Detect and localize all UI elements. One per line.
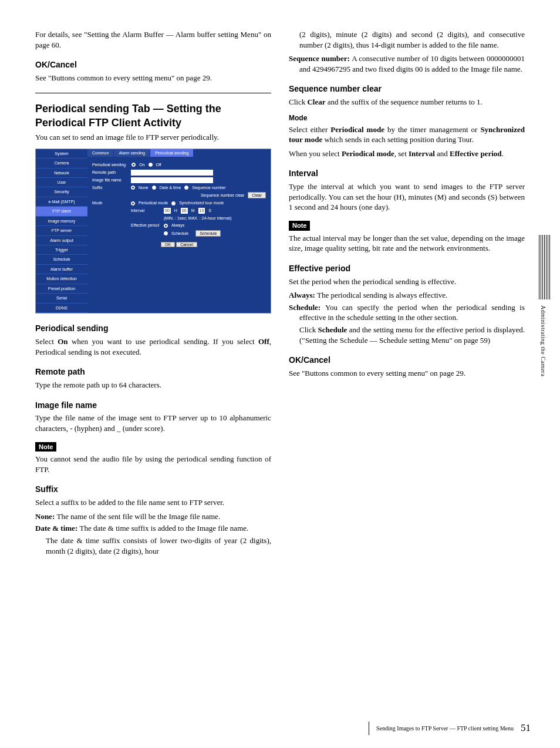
radio-none[interactable] xyxy=(131,186,135,190)
sidebar-item-system[interactable]: System xyxy=(36,149,87,159)
left-column: For details, see "Setting the Alarm Buff… xyxy=(35,29,271,560)
sidebar-item-ftp-client[interactable]: FTP client xyxy=(36,207,87,216)
footer-text: Sending Images to FTP Server — FTP clien… xyxy=(376,725,514,733)
interval-heading: Interval xyxy=(289,168,525,179)
section-heading: Periodical sending Tab — Setting the Per… xyxy=(35,102,271,130)
clear-button[interactable]: Clear xyxy=(248,192,266,198)
intro-paragraph: For details, see "Setting the Alarm Buff… xyxy=(35,29,271,50)
label-h: H xyxy=(174,208,177,213)
page-number: 51 xyxy=(521,722,531,735)
radio-periodical-mode[interactable] xyxy=(131,201,135,205)
sidebar-item-user[interactable]: User xyxy=(36,178,87,187)
section-intro: You can set to send an image file to FTP… xyxy=(35,132,271,143)
periodical-sending-heading: Periodical sending xyxy=(35,323,271,334)
opt-always: Always xyxy=(171,223,184,228)
sidebar-item-e-mail-smtp-[interactable]: e-Mail (SMTP) xyxy=(36,197,87,207)
effective-period-heading: Effective period xyxy=(289,263,525,274)
radio-seqnum[interactable] xyxy=(184,186,188,190)
fig-label-suffix: Suffix xyxy=(92,185,127,190)
sidebar-item-network[interactable]: Network xyxy=(36,169,87,178)
radio-schedule[interactable] xyxy=(164,231,168,235)
radio-datetime[interactable] xyxy=(152,186,156,190)
suffix-datetime: Date & time: The date & time suffix is a… xyxy=(46,523,271,534)
schedule-button[interactable]: Schedule xyxy=(195,230,221,237)
suffix-heading: Suffix xyxy=(35,484,271,495)
fig-label-mode: Mode xyxy=(92,200,127,205)
tab-common[interactable]: Common xyxy=(87,149,114,157)
opt-sched: Schedule xyxy=(171,231,188,236)
sidebar-item-alarm-output[interactable]: Alarm output xyxy=(36,236,87,245)
remote-path-heading: Remote path xyxy=(35,366,271,378)
sidebar-item-preset-position[interactable]: Preset position xyxy=(36,284,87,294)
ep-always: Always: The periodical sending is always… xyxy=(299,290,525,301)
fig-label-ep: Effective period xyxy=(131,223,160,228)
right-column: (2 digits), minute (2 digits) and second… xyxy=(289,29,525,560)
divider xyxy=(35,93,271,93)
sidebar-item-security[interactable]: Security xyxy=(36,187,87,197)
label-s: S xyxy=(208,208,211,213)
periodical-sending-text: Select On when you want to use periodica… xyxy=(35,336,271,357)
sequence-number-clear-text: Click Clear and the suffix of the sequen… xyxy=(289,97,525,107)
okcancel-paragraph-1: See "Buttons common to every setting men… xyxy=(35,73,271,83)
sidebar-item-camera[interactable]: Camera xyxy=(36,159,87,168)
interval-hint: (MIN. : 1sec; MAX. : 24-hour interval) xyxy=(164,215,232,221)
image-file-name-note: You cannot send the audio file by using … xyxy=(35,454,271,474)
cancel-button[interactable]: Cancel xyxy=(176,242,197,247)
label-m: M xyxy=(191,208,195,213)
figure-tabs: CommonAlarm sendingPeriodical sending xyxy=(87,149,271,157)
figure-sidebar: SystemCameraNetworkUserSecuritye-Mail (S… xyxy=(36,149,87,313)
opt-none: None xyxy=(139,185,149,190)
radio-on[interactable] xyxy=(131,163,136,167)
sidebar-item-alarm-buffer[interactable]: Alarm buffer xyxy=(36,265,87,274)
mode-text1: Select either Periodical mode by the tim… xyxy=(289,124,525,145)
tab-periodical-sending[interactable]: Periodical sending xyxy=(150,149,194,157)
remote-path-text: Type the remote path up to 64 characters… xyxy=(35,380,271,390)
ep-schedule-detail: Click Schedule and the setting menu for … xyxy=(299,325,525,345)
okcancel-heading-2: OK/Cancel xyxy=(289,355,525,366)
sidebar-item-ddns[interactable]: DDNS xyxy=(36,304,87,313)
sidebar-item-image-memory[interactable]: Image memory xyxy=(36,217,87,226)
opt-dt: Date & time xyxy=(160,185,181,190)
input-remote-path[interactable] xyxy=(131,170,213,176)
side-decoration: Administrating the Camera xyxy=(539,235,551,376)
note-badge-2: Note xyxy=(289,221,310,231)
sidebar-item-motion-detection[interactable]: Motion detection xyxy=(36,274,87,284)
radio-off[interactable] xyxy=(149,163,153,167)
radio-sync-tour-mode[interactable] xyxy=(171,201,176,205)
input-h[interactable]: 00 xyxy=(164,208,171,214)
fig-label-interval: Interval xyxy=(131,208,160,213)
sequence-number: Sequence number: A consecutive number of… xyxy=(299,53,525,74)
interval-text: Type the interval at which you want to s… xyxy=(289,181,525,213)
opt-off: Off xyxy=(156,162,161,167)
tab-alarm-sending[interactable]: Alarm sending xyxy=(114,149,150,157)
fig-label-ifn: Image file name xyxy=(92,177,127,183)
screenshot-figure: SystemCameraNetworkUserSecuritye-Mail (S… xyxy=(35,149,271,314)
note-badge-1: Note xyxy=(35,442,56,452)
sequence-number-clear-heading: Sequence number clear xyxy=(289,83,525,95)
suffix-datetime-cont: (2 digits), minute (2 digits) and second… xyxy=(299,29,525,50)
sidebar-item-trigger[interactable]: Trigger xyxy=(36,245,87,255)
suffix-text: Select a suffix to be added to the file … xyxy=(35,497,271,508)
image-file-name-heading: Image file name xyxy=(35,400,271,411)
fig-label-rp: Remote path xyxy=(92,170,127,175)
sidebar-item-ftp-server[interactable]: FTP server xyxy=(36,226,87,235)
fig-label-snc: Sequence number clear xyxy=(201,193,244,198)
suffix-datetime-detail: The date & time suffix consists of lower… xyxy=(46,535,271,556)
effective-period-text: Set the period when the periodical sendi… xyxy=(289,277,525,287)
opt-on: On xyxy=(139,162,144,167)
mode-text2: When you select Periodical mode, set Int… xyxy=(289,149,525,159)
sidebar-item-serial[interactable]: Serial xyxy=(36,294,87,303)
input-m[interactable]: 00 xyxy=(181,208,188,214)
opt-stm: Synchronized tour mode xyxy=(179,200,224,205)
input-image-file-name[interactable] xyxy=(131,177,213,183)
okcancel-text-2: See "Buttons common to every setting men… xyxy=(289,368,525,379)
okcancel-heading-1: OK/Cancel xyxy=(35,59,271,70)
sidebar-item-schedule[interactable]: Schedule xyxy=(36,255,87,264)
ok-button[interactable]: OK xyxy=(161,242,175,247)
suffix-none: None: The name of the sent file will be … xyxy=(46,511,271,522)
mode-heading: Mode xyxy=(289,113,525,123)
page-footer: Sending Images to FTP Server — FTP clien… xyxy=(369,722,531,735)
fig-label-ps: Periodical sending xyxy=(92,162,126,167)
radio-always[interactable] xyxy=(164,224,168,228)
input-s[interactable]: 10 xyxy=(198,208,205,214)
